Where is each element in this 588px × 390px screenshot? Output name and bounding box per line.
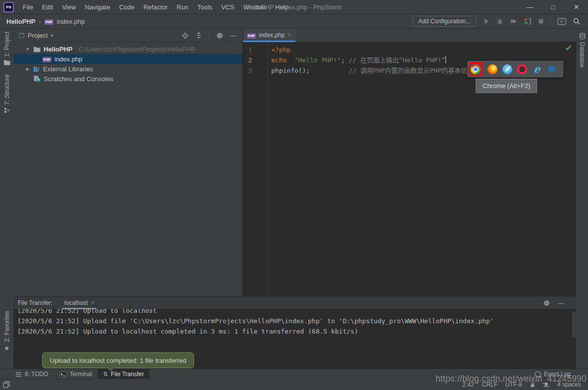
tool-window-button-file-transfer[interactable]: ⇅ File Transfer: [98, 369, 149, 379]
gear-icon[interactable]: [216, 32, 223, 39]
navigation-toolbar: HelloPHP › PHP index.php Add Configurati…: [0, 14, 588, 29]
tool-window-button-todo[interactable]: 6: TODO: [10, 369, 54, 379]
right-tool-window-stripe: Database: [576, 29, 588, 369]
breadcrumb-chevron-icon: ›: [39, 18, 41, 25]
localhost-tab[interactable]: localhost ×: [62, 297, 96, 309]
chevron-down-icon[interactable]: ▾: [50, 33, 53, 38]
tree-row-scratches[interactable]: Scratches and Consoles: [13, 74, 243, 84]
php-file-icon: PHP: [45, 19, 53, 25]
project-panel-title[interactable]: Project: [28, 32, 48, 39]
gutter-separator: [267, 42, 268, 328]
external-libraries-label: External Libraries: [43, 65, 93, 73]
tab-label: index.php: [259, 32, 285, 39]
gear-icon[interactable]: [543, 300, 550, 306]
close-icon[interactable]: ×: [288, 32, 291, 39]
log-line: [2020/5/6 21:52] Upload file 'C:\Users\l…: [17, 316, 576, 326]
line-comment: // 在页面上输出“Hello PHP!”: [349, 56, 445, 64]
search-everywhere-icon[interactable]: [573, 17, 581, 25]
spacing: [310, 67, 348, 74]
menu-code[interactable]: Code: [115, 3, 139, 11]
stop-icon[interactable]: [538, 18, 544, 24]
php-open-tag: <?php: [271, 46, 291, 53]
log-line: [2020/5/6 21:52] Upload to localhost: [17, 309, 576, 316]
annotation-red-box: [469, 62, 483, 76]
scrollbar-thumb[interactable]: [572, 312, 576, 338]
close-icon[interactable]: ×: [91, 299, 94, 306]
menu-refactor[interactable]: Refactor: [139, 3, 172, 11]
project-tree: ▼ HelloPHPC:\Users\lzc\PhpstormProjects\…: [13, 43, 243, 84]
firefox-icon[interactable]: [488, 64, 497, 74]
locate-file-icon[interactable]: [182, 32, 189, 39]
tree-row-index-php[interactable]: PHP index.php: [13, 54, 243, 64]
string-literal: "Hello PHP!": [294, 56, 341, 64]
menu-tools[interactable]: Tools: [193, 3, 217, 11]
tree-row-external-libraries[interactable]: ▶ External Libraries: [13, 64, 243, 74]
collapse-all-icon[interactable]: [196, 32, 202, 39]
log-line: [2020/5/6 21:52] Upload to localhost com…: [17, 326, 576, 337]
run-anything-icon[interactable]: [557, 18, 566, 25]
structure-stripe-label: 7: Structure: [3, 74, 10, 105]
echo-keyword: echo: [271, 56, 294, 64]
transfer-arrows-icon: ⇅: [103, 371, 108, 378]
editor-tab-bar: PHP index.php ×: [243, 29, 576, 42]
edge-icon[interactable]: e: [547, 64, 557, 74]
menu-edit[interactable]: Edit: [38, 3, 57, 11]
tool-window-button-database[interactable]: Database: [576, 33, 588, 67]
menu-view[interactable]: View: [57, 3, 80, 11]
tree-file-label: index.php: [54, 55, 82, 63]
tree-expanded-icon[interactable]: ▼: [25, 47, 30, 51]
add-configuration-button[interactable]: Add Configuration...: [412, 16, 477, 27]
line-number: 3: [243, 65, 252, 76]
favorites-stripe-label: 2: Favorites: [3, 311, 10, 342]
file-transfer-label: File Transfer:: [18, 299, 52, 306]
tool-window-button-project[interactable]: 1: Project: [0, 32, 13, 65]
text-caret: [445, 56, 446, 63]
project-root-path: C:\Users\lzc\PhpstormProjects\HelloPHP: [79, 46, 196, 53]
tree-row-project-root[interactable]: ▼ HelloPHPC:\Users\lzc\PhpstormProjects\…: [13, 44, 243, 54]
scratches-icon: [33, 75, 41, 82]
terminal-icon: [59, 371, 67, 378]
breadcrumb-project[interactable]: HelloPHP: [6, 18, 36, 25]
localhost-tab-label: localhost: [64, 299, 88, 306]
tab-index-php[interactable]: PHP index.php ×: [243, 29, 295, 42]
hide-panel-icon[interactable]: —: [558, 300, 564, 306]
opera-icon[interactable]: [517, 64, 527, 74]
line-number: 2: [243, 55, 252, 65]
folder-icon: [33, 46, 41, 52]
profiler-icon[interactable]: [510, 18, 517, 25]
breadcrumb: HelloPHP › PHP index.php: [0, 18, 85, 25]
chrome-icon[interactable]: [471, 64, 481, 74]
tool-window-button-terminal[interactable]: Terminal: [54, 369, 98, 379]
hide-panel-icon[interactable]: —: [230, 32, 237, 39]
database-icon: [579, 33, 586, 40]
minimize-button[interactable]: —: [518, 0, 541, 14]
menu-vcs[interactable]: VCS: [217, 3, 239, 11]
chrome-tooltip: Chrome (Alt+F2): [476, 79, 537, 93]
open-in-browser-popup: e e: [467, 61, 563, 77]
coverage-icon[interactable]: [524, 18, 532, 25]
csdn-watermark: https://blog.csdn.net/weixin_41245990: [436, 374, 587, 384]
menu-navigate[interactable]: Navigate: [80, 3, 114, 11]
maximize-button[interactable]: □: [541, 0, 565, 14]
menu-file[interactable]: File: [18, 3, 38, 11]
code-line-1: 1<?php: [243, 45, 576, 55]
internet-explorer-icon[interactable]: e: [532, 64, 542, 74]
tree-collapsed-icon[interactable]: ▶: [25, 67, 30, 71]
close-button[interactable]: ×: [565, 0, 588, 14]
project-root-name: HelloPHP: [44, 46, 73, 53]
tool-window-button-structure[interactable]: 7: Structure: [0, 74, 13, 113]
structure-icon: [4, 107, 10, 113]
debug-icon[interactable]: [496, 18, 503, 25]
project-panel-header: Project ▾ —: [13, 29, 243, 43]
todo-list-icon: [15, 372, 22, 377]
folder-icon: [3, 59, 10, 65]
breadcrumb-file[interactable]: index.php: [57, 18, 85, 25]
menu-run[interactable]: Run: [172, 3, 193, 11]
tool-window-button-favorites[interactable]: 2: Favorites ★: [0, 311, 13, 352]
run-icon[interactable]: [483, 18, 490, 25]
inspections-ok-icon[interactable]: [565, 45, 572, 50]
tool-window-switcher-icon[interactable]: [0, 381, 10, 388]
php-file-icon: PHP: [247, 33, 256, 39]
safari-icon[interactable]: [502, 64, 512, 74]
project-tool-window: Project ▾ — ▼ HelloPHPC:\Users\lzc\Phpst…: [13, 29, 243, 296]
